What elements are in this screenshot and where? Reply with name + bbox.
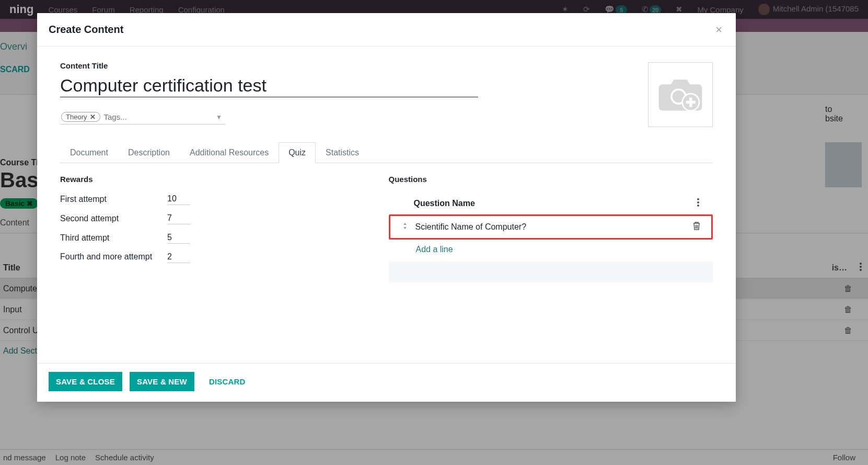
reward-input-first[interactable] bbox=[167, 193, 190, 205]
question-row[interactable]: Scientific Name of Computer? bbox=[389, 214, 713, 240]
modal-header: Create Content × bbox=[37, 13, 736, 47]
tag-chip-theory[interactable]: Theory ✕ bbox=[61, 112, 100, 122]
reward-row-second: Second attempt bbox=[60, 212, 374, 224]
kebab-icon[interactable] bbox=[688, 198, 709, 209]
tab-document[interactable]: Document bbox=[60, 142, 118, 163]
svg-point-8 bbox=[697, 198, 699, 200]
questions-title: Questions bbox=[389, 175, 713, 184]
reward-label: First attempt bbox=[60, 195, 167, 204]
questions-section: Questions Question Name Scientific Name … bbox=[387, 175, 713, 282]
tag-label: Theory bbox=[66, 113, 87, 121]
reward-label: Third attempt bbox=[60, 233, 167, 243]
reward-label: Fourth and more attempt bbox=[60, 252, 167, 263]
tag-text-input[interactable] bbox=[103, 112, 214, 121]
modal-title: Create Content bbox=[49, 24, 123, 36]
discard-button[interactable]: DISCARD bbox=[202, 372, 253, 391]
image-upload[interactable] bbox=[648, 62, 713, 127]
tags-input[interactable]: Theory ✕ ▼ bbox=[60, 111, 225, 124]
rewards-section: Rewards First attempt Second attempt Thi… bbox=[60, 175, 387, 282]
reward-row-third: Third attempt bbox=[60, 232, 374, 244]
rewards-title: Rewards bbox=[60, 175, 374, 184]
save-close-button[interactable]: SAVE & CLOSE bbox=[49, 372, 122, 391]
question-name: Scientific Name of Computer? bbox=[415, 222, 687, 232]
trash-icon[interactable] bbox=[686, 221, 707, 233]
tab-quiz[interactable]: Quiz bbox=[279, 142, 316, 163]
content-title-input[interactable] bbox=[60, 73, 478, 97]
tag-remove-icon[interactable]: ✕ bbox=[90, 113, 96, 121]
reward-input-fourth[interactable] bbox=[167, 251, 190, 263]
reward-input-third[interactable] bbox=[167, 232, 190, 244]
reward-row-fourth: Fourth and more attempt bbox=[60, 251, 374, 263]
questions-header-row: Question Name bbox=[389, 193, 713, 214]
chevron-down-icon[interactable]: ▼ bbox=[214, 114, 224, 121]
reward-input-second[interactable] bbox=[167, 212, 190, 224]
create-content-modal: Create Content × Content Title Theory ✕ … bbox=[37, 13, 736, 402]
content-left: Content Title Theory ✕ ▼ bbox=[60, 61, 648, 127]
close-icon[interactable]: × bbox=[713, 22, 724, 38]
question-ghost-row bbox=[389, 262, 713, 282]
svg-point-10 bbox=[697, 205, 699, 207]
tab-statistics[interactable]: Statistics bbox=[316, 142, 369, 163]
svg-point-9 bbox=[697, 201, 699, 203]
content-top-row: Content Title Theory ✕ ▼ bbox=[60, 61, 713, 127]
questions-col-name: Question Name bbox=[414, 199, 688, 208]
svg-rect-7 bbox=[686, 101, 696, 104]
add-question-line[interactable]: Add a line bbox=[389, 240, 713, 259]
reward-label: Second attempt bbox=[60, 214, 167, 223]
drag-handle-icon[interactable] bbox=[395, 222, 415, 232]
tab-additional-resources[interactable]: Additional Resources bbox=[180, 142, 279, 163]
content-title-label: Content Title bbox=[60, 61, 635, 70]
tab-description[interactable]: Description bbox=[118, 142, 180, 163]
modal-footer: SAVE & CLOSE SAVE & NEW DISCARD bbox=[37, 363, 736, 402]
reward-row-first: First attempt bbox=[60, 193, 374, 205]
camera-plus-icon bbox=[657, 75, 704, 115]
save-new-button[interactable]: SAVE & NEW bbox=[130, 372, 194, 391]
modal-body: Content Title Theory ✕ ▼ bbox=[37, 47, 736, 363]
content-tabs: Document Description Additional Resource… bbox=[60, 142, 713, 163]
quiz-area: Rewards First attempt Second attempt Thi… bbox=[60, 175, 713, 282]
